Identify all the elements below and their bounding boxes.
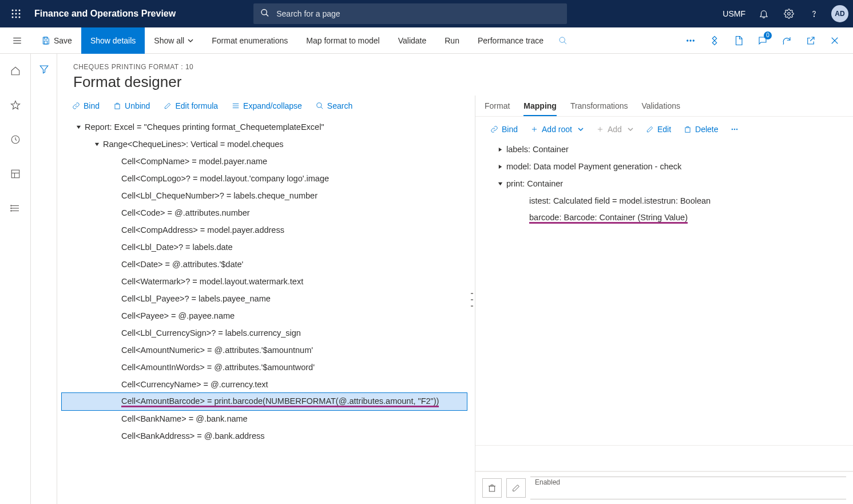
svg-point-18 xyxy=(560,37,565,42)
svg-point-39 xyxy=(317,103,322,108)
help-icon[interactable] xyxy=(803,2,826,25)
mapping-pane: Format Mapping Transformations Validatio… xyxy=(475,96,853,504)
tree-node-labels[interactable]: labels: Container xyxy=(480,141,848,158)
tree-node[interactable]: Cell<AmountNumeric> = @.attributes.'$amo… xyxy=(62,342,467,359)
tree-node-model[interactable]: model: Data model Payment generation - c… xyxy=(480,158,848,175)
app-launcher-icon[interactable] xyxy=(5,2,27,25)
attachments-icon[interactable] xyxy=(727,29,750,52)
svg-point-34 xyxy=(10,211,11,212)
tree-node[interactable]: Cell<Payee> = @.payee.name xyxy=(62,307,467,324)
tree-node[interactable]: Cell<BankName> = @.bank.name xyxy=(62,410,467,427)
edit-button[interactable]: Edit xyxy=(640,122,677,136)
tree-node[interactable]: Cell<CurrencyName> = @.currency.text xyxy=(62,376,467,393)
tree-node[interactable]: Cell<Lbl_CurrencySign>? = labels.currenc… xyxy=(62,324,467,342)
tree-search-button[interactable]: Search xyxy=(310,99,358,113)
tree-node[interactable]: Cell<Lbl_Date>? = labels.date xyxy=(62,239,467,256)
breadcrumb: CHEQUES PRINTING FORMAT : 10 xyxy=(73,63,837,71)
tab-mapping[interactable]: Mapping xyxy=(523,96,557,116)
svg-point-8 xyxy=(19,17,21,18)
action-toolbar: Save Show details Show all Format enumer… xyxy=(0,27,853,54)
tree-node[interactable]: Report: Excel = "Cheques printing format… xyxy=(62,118,467,136)
tree-node[interactable]: Cell<Code> = @.attributes.number xyxy=(62,204,467,221)
svg-point-3 xyxy=(12,13,14,15)
show-details-button[interactable]: Show details xyxy=(81,27,145,54)
svg-rect-17 xyxy=(44,41,47,43)
filter-funnel-icon[interactable] xyxy=(39,64,49,504)
delete-button[interactable]: Delete xyxy=(678,122,724,136)
search-icon xyxy=(260,9,269,19)
validate-button[interactable]: Validate xyxy=(389,27,436,54)
tree-node[interactable]: Cell<CompName> = model.payer.name xyxy=(62,153,467,170)
expand-collapse-button[interactable]: Expand/collapse xyxy=(226,99,308,113)
chevron-down-icon xyxy=(578,126,584,132)
favorites-star-icon[interactable] xyxy=(4,94,27,117)
notifications-icon[interactable] xyxy=(752,2,775,25)
app-title: Finance and Operations Preview xyxy=(34,9,176,19)
svg-rect-49 xyxy=(489,486,494,491)
svg-point-5 xyxy=(19,13,21,15)
svg-point-20 xyxy=(687,39,688,41)
tree-node[interactable]: Cell<BankAddress> = @.bank.address xyxy=(62,427,467,445)
toolbar-search-icon[interactable] xyxy=(553,27,573,54)
mapping-bind-button[interactable]: Bind xyxy=(485,122,523,136)
global-search-input[interactable] xyxy=(253,3,567,24)
pane-splitter[interactable] xyxy=(469,96,475,504)
tree-node[interactable]: Range<ChequeLines>: Vertical = model.che… xyxy=(62,136,467,153)
svg-point-32 xyxy=(10,205,11,207)
company-code[interactable]: USMF xyxy=(723,9,745,18)
tree-node[interactable]: Cell<Date> = @.attributes.'$date' xyxy=(62,256,467,273)
save-button[interactable]: Save xyxy=(32,27,81,54)
more-icon[interactable] xyxy=(725,123,744,136)
svg-line-10 xyxy=(266,14,268,17)
tab-transformations[interactable]: Transformations xyxy=(570,96,628,116)
trash-icon[interactable] xyxy=(482,478,502,498)
svg-rect-45 xyxy=(685,128,690,132)
add-root-button[interactable]: Add root xyxy=(525,122,589,136)
svg-line-19 xyxy=(564,42,566,44)
tree-node[interactable]: Cell<AmountBarcode> = print.barcode(NUMB… xyxy=(62,393,467,410)
svg-point-21 xyxy=(690,39,691,41)
bind-button[interactable]: Bind xyxy=(66,99,105,113)
tree-node[interactable]: Cell<Watermark>? = model.layout.watermar… xyxy=(62,273,467,290)
edit-pencil-icon[interactable] xyxy=(506,478,526,498)
popout-icon[interactable] xyxy=(799,29,822,52)
modules-icon[interactable] xyxy=(4,197,27,220)
nav-toggle-icon[interactable] xyxy=(7,30,27,51)
svg-point-47 xyxy=(735,129,736,130)
tree-node[interactable]: Cell<AmountInWords> = @.attributes.'$amo… xyxy=(62,359,467,376)
tree-node[interactable]: Cell<CompLogo>? = model.layout.'company … xyxy=(62,170,467,187)
tree-node-istest[interactable]: istest: Calculated field = model.istestr… xyxy=(480,192,848,209)
home-icon[interactable] xyxy=(4,59,27,82)
page-title: Format designer xyxy=(73,73,837,91)
settings-gear-icon[interactable] xyxy=(777,2,800,25)
svg-point-4 xyxy=(15,13,17,15)
save-label: Save xyxy=(54,36,72,45)
run-button[interactable]: Run xyxy=(435,27,469,54)
performance-trace-button[interactable]: Performance trace xyxy=(469,27,553,54)
user-avatar[interactable]: AD xyxy=(831,5,848,22)
edit-formula-button[interactable]: Edit formula xyxy=(158,99,224,113)
tree-node-barcode[interactable]: barcode: Barcode: Container (String Valu… xyxy=(480,209,848,227)
refresh-icon[interactable] xyxy=(775,29,798,52)
show-all-dropdown[interactable]: Show all xyxy=(145,27,203,54)
tree-node-print[interactable]: print: Container xyxy=(480,175,848,192)
more-actions-icon[interactable] xyxy=(679,29,702,52)
enabled-field[interactable]: Enabled xyxy=(530,477,846,499)
unbind-button[interactable]: Unbind xyxy=(108,99,156,113)
svg-point-1 xyxy=(15,10,17,11)
tab-validations[interactable]: Validations xyxy=(642,96,680,116)
message-center-icon[interactable]: 0 xyxy=(751,29,774,52)
chevron-down-icon xyxy=(188,38,193,43)
workspaces-icon[interactable] xyxy=(4,162,27,185)
format-enumerations-button[interactable]: Format enumerations xyxy=(203,27,297,54)
tree-node[interactable]: Cell<Lbl_Payee>? = labels.payee_name xyxy=(62,290,467,307)
tab-format[interactable]: Format xyxy=(485,96,510,116)
recent-clock-icon[interactable] xyxy=(4,128,27,151)
svg-point-48 xyxy=(737,129,738,130)
close-icon[interactable] xyxy=(823,29,846,52)
tree-node[interactable]: Cell<Lbl_ChequeNumber>? = labels.cheque_… xyxy=(62,187,467,204)
map-format-button[interactable]: Map format to model xyxy=(297,27,388,54)
format-tree-pane: Bind Unbind Edit formula Expand/collapse… xyxy=(57,96,469,504)
tree-node[interactable]: Cell<CompAddress> = model.payer.address xyxy=(62,221,467,239)
related-info-icon[interactable] xyxy=(703,29,726,52)
